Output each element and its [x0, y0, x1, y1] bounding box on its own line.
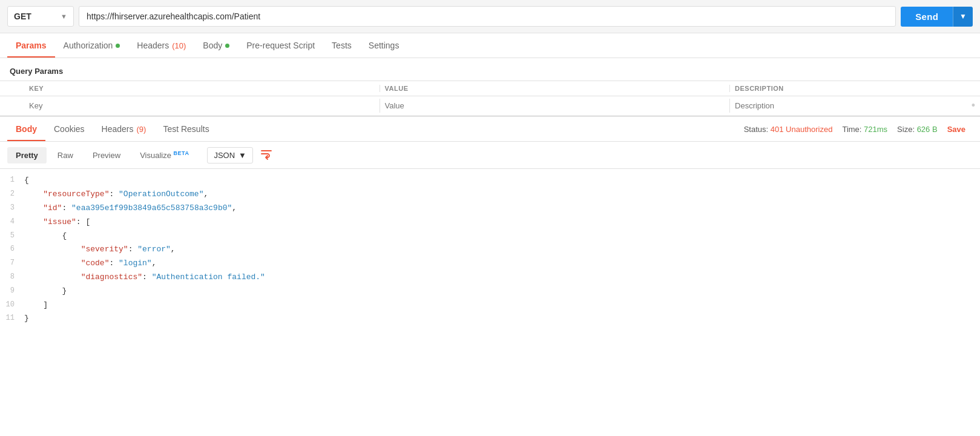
- params-header: KEY VALUE DESCRIPTION: [0, 81, 980, 96]
- key-header: KEY: [29, 85, 380, 92]
- response-section: Body Cookies Headers (9) Test Results St…: [0, 116, 980, 331]
- top-bar: GET ▼ Send ▼: [0, 0, 980, 33]
- format-raw[interactable]: Raw: [49, 147, 82, 164]
- wrap-icon[interactable]: [260, 148, 272, 163]
- response-tab-cookies[interactable]: Cookies: [45, 117, 93, 141]
- send-button-group: Send ▼: [901, 7, 973, 27]
- size-value: 626 B: [917, 125, 938, 134]
- response-tab-body[interactable]: Body: [7, 117, 45, 141]
- request-tab-bar: Params Authorization Headers (10) Body P…: [0, 33, 980, 58]
- response-tab-headers[interactable]: Headers (9): [93, 117, 155, 141]
- format-preview[interactable]: Preview: [84, 147, 129, 164]
- code-line-7: 7 "code": "login",: [0, 257, 980, 271]
- tab-params[interactable]: Params: [7, 33, 55, 58]
- tab-tests[interactable]: Tests: [323, 33, 360, 58]
- code-line-10: 10 ]: [0, 299, 980, 312]
- size-label: Size: 626 B: [897, 125, 938, 134]
- row-value-cell: [380, 99, 730, 113]
- row-key-cell: [29, 99, 380, 113]
- check-header: [7, 85, 29, 92]
- query-params-section: Query Params KEY VALUE DESCRIPTION •: [0, 58, 980, 116]
- status-value: 401 Unauthorized: [771, 125, 833, 134]
- format-bar: Pretty Raw Preview Visualize BETA JSON ▼: [0, 142, 980, 169]
- tab-settings[interactable]: Settings: [360, 33, 408, 58]
- send-arrow-button[interactable]: ▼: [953, 7, 973, 27]
- beta-badge: BETA: [174, 150, 189, 156]
- url-input[interactable]: [79, 6, 896, 27]
- tab-body[interactable]: Body: [194, 33, 238, 58]
- response-body: 1 { 2 "resourceType": "OperationOutcome"…: [0, 169, 980, 331]
- method-chevron-icon: ▼: [61, 13, 67, 20]
- code-line-9: 9 }: [0, 285, 980, 299]
- row-desc-cell: [729, 99, 972, 113]
- row-options-icon[interactable]: •: [972, 99, 980, 112]
- json-type-selector[interactable]: JSON ▼: [207, 147, 253, 164]
- time-label: Time: 721ms: [842, 125, 887, 134]
- code-line-11: 11 }: [0, 312, 980, 326]
- code-line-2: 2 "resourceType": "OperationOutcome",: [0, 188, 980, 202]
- method-selector[interactable]: GET ▼: [7, 6, 74, 27]
- json-chevron-icon: ▼: [238, 151, 246, 160]
- format-visualize[interactable]: Visualize BETA: [131, 147, 197, 164]
- desc-header: DESCRIPTION: [729, 85, 980, 92]
- code-line-5: 5 {: [0, 230, 980, 243]
- value-header: VALUE: [380, 85, 730, 92]
- code-line-4: 4 "issue": [: [0, 216, 980, 230]
- query-params-label: Query Params: [0, 58, 980, 81]
- tab-pre-request[interactable]: Pre-request Script: [238, 33, 323, 58]
- code-line-3: 3 "id": "eaa395e1f99b3849a65c583758a3c9b…: [0, 202, 980, 216]
- body-dot: [225, 44, 229, 48]
- response-tab-bar: Body Cookies Headers (9) Test Results St…: [0, 117, 980, 142]
- code-line-1: 1 {: [0, 174, 980, 188]
- format-pretty[interactable]: Pretty: [7, 147, 47, 164]
- code-line-6: 6 "severity": "error",: [0, 243, 980, 257]
- params-row: •: [0, 96, 980, 116]
- tab-authorization[interactable]: Authorization: [55, 33, 129, 58]
- send-button[interactable]: Send: [901, 7, 953, 27]
- tab-headers[interactable]: Headers (10): [128, 33, 194, 58]
- time-value: 721ms: [864, 125, 887, 134]
- response-tab-test-results[interactable]: Test Results: [154, 117, 217, 141]
- code-line-8: 8 "diagnostics": "Authentication failed.…: [0, 271, 980, 285]
- response-status-bar: Status: 401 Unauthorized Time: 721ms Siz…: [744, 125, 973, 134]
- desc-input[interactable]: [735, 99, 972, 113]
- save-response-button[interactable]: Save: [947, 125, 965, 134]
- authorization-dot: [116, 44, 120, 48]
- key-input[interactable]: [29, 99, 375, 113]
- method-label: GET: [14, 12, 31, 21]
- value-input[interactable]: [385, 99, 725, 113]
- status-label: Status: 401 Unauthorized: [744, 125, 833, 134]
